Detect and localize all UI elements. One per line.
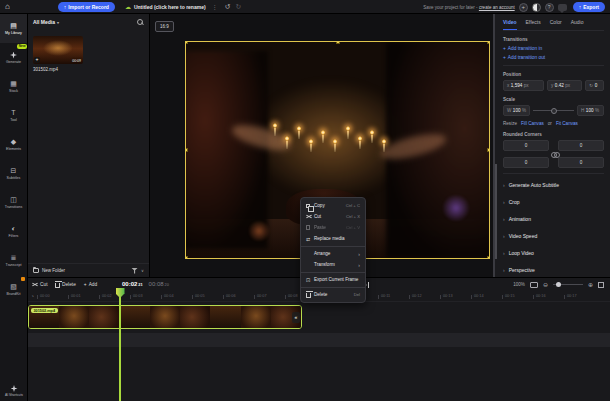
position-y-input[interactable]: y 0.42 px — [547, 80, 582, 91]
marker-icon[interactable]: ◔ — [31, 293, 34, 299]
playhead[interactable] — [119, 289, 121, 401]
brandkit-badge — [21, 277, 25, 281]
clip-trim-handle[interactable]: « — [292, 312, 300, 323]
add-transition-out-link[interactable]: + Add transition out — [503, 55, 610, 60]
menu-item-transform[interactable]: Transform › — [301, 259, 365, 270]
tab-audio[interactable]: Audio — [571, 14, 584, 30]
add-transition-in-link[interactable]: + Add transition in — [503, 46, 610, 51]
project-name[interactable]: Untitled (click here to rename) — [134, 4, 206, 10]
delete-button[interactable]: Delete — [55, 282, 75, 288]
import-record-button[interactable]: ↑ Import or Record — [58, 2, 115, 12]
scale-link-slider[interactable] — [533, 110, 574, 111]
export-button[interactable]: ↑ Export — [573, 2, 605, 12]
undo-button[interactable]: ↺ — [225, 3, 231, 11]
tab-effects[interactable]: Effects — [526, 14, 541, 30]
corner-tl-input[interactable]: 0 — [503, 140, 549, 151]
fit-canvas-link[interactable]: Fit Canvas — [556, 121, 578, 126]
section-loop-video[interactable]: › Loop Video — [503, 244, 610, 261]
add-to-timeline-button[interactable]: + — [34, 57, 40, 63]
zoom-level[interactable]: 100% — [513, 282, 525, 287]
candle-flame — [347, 131, 349, 139]
scale-w-input[interactable]: W 100 % — [503, 105, 530, 116]
user-avatar[interactable] — [532, 3, 541, 12]
selection-handle-sw[interactable] — [186, 256, 188, 258]
menu-item-delete[interactable]: Delete Del — [301, 289, 365, 300]
menu-label: Arrange — [314, 251, 330, 256]
media-filter-dropdown[interactable]: All Media ▾ — [33, 19, 59, 25]
rotation-input[interactable]: ↻ 0 — [585, 80, 604, 91]
sidebar-item-transitions[interactable]: ◫ Transitions — [0, 188, 27, 217]
home-button[interactable]: ⌂ — [5, 0, 10, 14]
sidebar-item-stock[interactable]: ▦ Stock — [0, 72, 27, 101]
media-clip-thumbnail[interactable]: + 00:09 — [33, 36, 83, 64]
section-crop[interactable]: › Crop — [503, 193, 610, 210]
selection-handle-w[interactable] — [186, 148, 188, 152]
scale-h-input[interactable]: H 100 % — [577, 105, 604, 116]
selection-handle-n[interactable] — [336, 42, 340, 44]
menu-label: Replace media — [314, 236, 345, 241]
position-x-input[interactable]: x 1,594 px — [503, 80, 544, 91]
section-animation[interactable]: › Animation — [503, 210, 610, 227]
sidebar-item-tool[interactable]: T Tool — [0, 101, 27, 130]
section-label: Perspective — [509, 267, 535, 273]
menu-item-cut[interactable]: Cut Ctrl + X — [301, 211, 365, 222]
section-perspective[interactable]: › Perspective — [503, 261, 610, 277]
sidebar-item-ai-shortcuts[interactable]: AI Shortcuts — [0, 385, 28, 397]
corner-tr-input[interactable]: 0 — [558, 140, 604, 151]
search-icon[interactable] — [136, 18, 144, 26]
section-video-speed[interactable]: › Video Speed — [503, 227, 610, 244]
tab-video[interactable]: Video — [503, 14, 517, 30]
menu-item-paste[interactable]: Paste Ctrl + V — [301, 222, 365, 233]
menu-item-replace-media[interactable]: ⇄ Replace media — [301, 233, 365, 244]
corner-bl-input[interactable]: 0 — [503, 157, 549, 168]
create-account-link[interactable]: create an account — [479, 5, 515, 10]
fill-canvas-link[interactable]: Fill Canvas — [521, 121, 544, 126]
menu-item-export-current-frame[interactable]: ⊡ Export Current Frame — [301, 274, 365, 285]
fullscreen-icon[interactable] — [598, 282, 604, 288]
zoom-in-icon[interactable]: ⊕ — [588, 282, 593, 288]
tab-color[interactable]: Color — [550, 14, 562, 30]
ruler-tick: 00:07 — [257, 294, 267, 298]
selection-handle-se[interactable] — [487, 256, 489, 258]
sidebar-label: Tool — [10, 118, 17, 122]
zoom-slider[interactable] — [553, 284, 583, 285]
sidebar-item-brandkit[interactable]: ▧ BrandKit — [0, 275, 27, 304]
sidebar-item-subtitles[interactable]: ⊟ Subtitles — [0, 159, 27, 188]
feedback-bubble-icon[interactable] — [558, 4, 567, 11]
inspector-panel: Video Effects Color Audio Transitions + … — [493, 14, 610, 277]
selection-handle-nw[interactable] — [186, 42, 188, 44]
w-value: 100 — [513, 108, 521, 113]
link-corners-icon[interactable] — [551, 152, 558, 157]
corner-br-input[interactable]: 0 — [558, 157, 604, 168]
zoom-slider-knob[interactable] — [556, 282, 561, 287]
app-window: ⌂ ↑ Import or Record ☁ Untitled (click h… — [0, 0, 610, 401]
timeline-clip[interactable]: 301502.mp4 « — [28, 305, 302, 329]
new-folder-button[interactable]: New Folder — [42, 268, 65, 273]
sidebar-item-filters[interactable]: ◐ Filters — [0, 217, 27, 246]
cut-button[interactable]: Cut — [32, 282, 47, 288]
section-generate-auto-subtitle[interactable]: › Generate Auto Subtitle — [503, 176, 610, 193]
redo-button[interactable]: ↻ — [235, 3, 241, 11]
selection-handle-e[interactable] — [487, 148, 489, 152]
menu-shortcut: Ctrl + X — [342, 214, 360, 219]
more-menu-icon[interactable]: ⋮ — [212, 3, 218, 10]
fit-timeline-icon[interactable] — [530, 282, 538, 288]
sidebar-item-transcript[interactable]: ≣ Transcript — [0, 246, 27, 275]
transcript-icon: ≣ — [11, 254, 17, 262]
selection-handle-ne[interactable] — [487, 42, 489, 44]
sidebar-item-elements[interactable]: ◆ Elements — [0, 130, 27, 159]
menu-item-arrange[interactable]: Arrange › — [301, 248, 365, 259]
filters-icon: ◐ — [11, 225, 15, 233]
inspector-scrollbar[interactable] — [495, 164, 497, 259]
aspect-ratio-button[interactable]: 16:9 — [155, 21, 174, 32]
add-button[interactable]: + Add — [84, 282, 97, 287]
media-sort-controls[interactable]: ∨ — [131, 268, 144, 274]
sidebar-item-generate[interactable]: New Generate — [0, 43, 27, 72]
slider-knob[interactable] — [551, 108, 557, 114]
menu-item-copy[interactable]: Copy Ctrl + C — [301, 200, 365, 211]
ruler-tick: 00:13 — [443, 294, 453, 298]
help-button[interactable]: ? — [545, 3, 554, 12]
invite-avatar[interactable]: + — [519, 3, 528, 12]
sidebar-item-my-library[interactable]: ▤ My Library — [0, 14, 27, 43]
zoom-out-icon[interactable]: ⊖ — [543, 282, 548, 288]
